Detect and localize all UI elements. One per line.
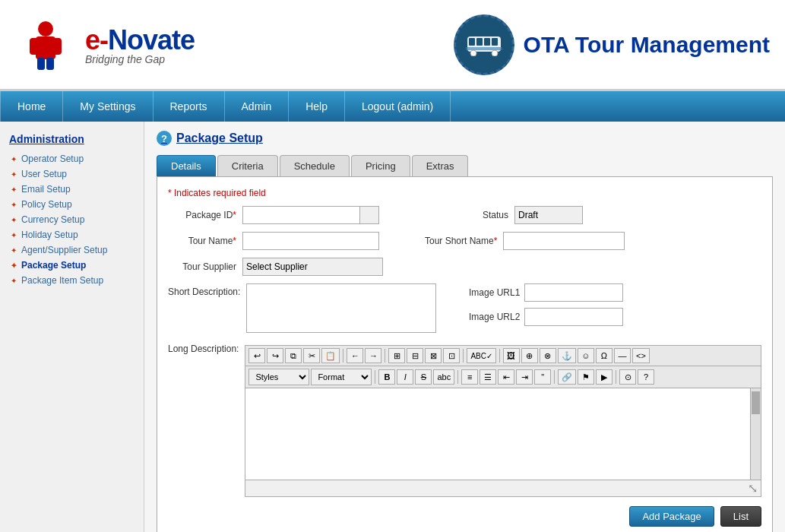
nav-help[interactable]: Help [289,91,345,122]
rte-emotion[interactable]: ☺ [578,348,594,363]
rte-flag[interactable]: ⚑ [578,369,594,385]
sidebar-item-email-setup[interactable]: ✦ Email Setup [0,182,144,197]
app-title: OTA Tour Management [524,31,770,59]
bullet-icon: ✦ [11,201,17,209]
logo-left: e-Novate Bridging the Gap [15,14,195,75]
rte-undo[interactable]: ↩ [248,348,265,363]
nav-home[interactable]: Home [0,91,63,122]
form-row-4: Short Description: Image URL1 Image URL2 [168,283,761,333]
image-url2-label: Image URL2 [467,312,520,322]
rte-extra[interactable]: ⊙ [619,369,636,385]
list-button[interactable]: List [720,506,761,527]
tab-schedule[interactable]: Schedule [280,155,350,176]
rte-help[interactable]: ? [638,369,654,385]
rte-cut[interactable]: ✂ [303,348,320,363]
rte-anchor[interactable]: ⚓ [558,348,576,363]
sidebar-item-policy-setup[interactable]: ✦ Policy Setup [0,197,144,212]
nav-my-settings[interactable]: My Settings [63,91,153,122]
rte-image[interactable]: 🖼 [503,348,520,363]
image-url2-input[interactable] [524,308,623,326]
form-row-long-desc: Long Description: ↩ ↪ ⧉ ✂ 📋 ← → [168,340,761,497]
rte-sep-4 [499,349,500,363]
tour-short-name-input[interactable] [503,232,625,250]
nav-reports[interactable]: Reports [154,91,225,122]
rte-delete-row[interactable]: ⊠ [425,348,442,363]
help-icon[interactable]: ? [157,131,172,146]
rte-arrow-right[interactable]: → [365,348,381,363]
rte-merge[interactable]: ⊡ [443,348,460,363]
page-title: Package Setup [176,131,263,145]
rte-media[interactable]: ▶ [596,369,612,385]
sidebar-label: Agent/Supplier Setup [21,245,107,255]
bullet-icon: ✦ [11,261,17,270]
rte-outdent[interactable]: ⇤ [498,369,514,385]
rte-strikethrough[interactable]: S [415,369,432,385]
tour-supplier-select[interactable]: Select Supplier [242,258,383,276]
short-desc-textarea[interactable] [246,283,436,333]
rte-quote[interactable]: " [534,369,551,385]
rte-unordered-list[interactable]: ≡ [461,369,478,385]
sidebar-item-holiday-setup[interactable]: ✦ Holiday Setup [0,227,144,242]
rte-arrow-left[interactable]: ← [347,348,363,363]
form-row-3: Tour Supplier Select Supplier [168,258,761,276]
image-url1-input[interactable] [524,283,623,302]
tab-pricing[interactable]: Pricing [351,155,410,176]
rte-table[interactable]: ⊞ [388,348,405,363]
rte-italic[interactable]: I [397,369,413,385]
rte-source[interactable]: <> [632,348,650,363]
rte-scrollbar[interactable] [750,388,761,480]
rte-toolbar-2: Styles Format B I S abc ≡ [245,366,761,388]
rte-styles-select[interactable]: Styles [248,369,309,385]
rte-link[interactable]: 🔗 [558,369,576,385]
tour-name-group: Tour Name* [168,232,379,250]
nav-admin[interactable]: Admin [225,91,290,122]
bullet-icon: ✦ [11,155,17,163]
tour-short-name-label: Tour Short Name* [425,236,497,246]
required-star: * [168,188,174,198]
nav-logout[interactable]: Logout (admin) [345,91,451,122]
rte-hr[interactable]: — [614,348,631,363]
rte-resize-handle[interactable]: ⤡ [245,480,761,496]
sidebar-item-agent-supplier-setup[interactable]: ✦ Agent/Supplier Setup [0,242,144,258]
tab-extras[interactable]: Extras [412,155,469,176]
sidebar-item-operator-setup[interactable]: ✦ Operator Setup [0,151,144,166]
svg-rect-13 [466,47,502,50]
rte-highlight[interactable]: abc [433,369,454,385]
svg-point-12 [492,50,498,56]
logo-text: e-Novate Bridging the Gap [85,24,195,65]
status-group: Status Draft Active Inactive [440,206,583,224]
status-select[interactable]: Draft Active Inactive [514,206,583,224]
sidebar-item-package-setup[interactable]: ✦ Package Setup [0,258,144,273]
add-package-button[interactable]: Add Package [629,506,714,527]
tour-supplier-group: Tour Supplier Select Supplier [168,258,383,276]
tour-name-input[interactable] [242,232,379,250]
tour-short-name-group: Tour Short Name* [425,232,625,250]
sidebar-label: Package Setup [21,260,86,271]
package-id-input[interactable] [242,206,360,224]
rte-editor-body[interactable] [245,388,761,480]
sidebar-item-package-item-setup[interactable]: ✦ Package Item Setup [0,273,144,288]
svg-rect-4 [37,58,45,70]
rte-symbol[interactable]: ⊕ [521,348,538,363]
package-id-dropdown[interactable]: ▼ [360,206,379,224]
rte-paste[interactable]: 📋 [321,348,340,363]
rte-format-select[interactable]: Format [311,369,372,385]
rte-special[interactable]: ⊗ [540,348,556,363]
tab-bar: Details Criteria Schedule Pricing Extras [157,155,773,176]
main-layout: Administration ✦ Operator Setup ✦ User S… [0,122,785,532]
sidebar-item-user-setup[interactable]: ✦ User Setup [0,166,144,182]
rich-text-editor: ↩ ↪ ⧉ ✂ 📋 ← → ⊞ ⊟ ⊠ ⊡ [245,345,761,497]
rte-char[interactable]: Ω [596,348,612,363]
short-desc-group: Short Description: [168,283,436,333]
rte-insert-row[interactable]: ⊟ [407,348,423,363]
navbar: Home My Settings Reports Admin Help Logo… [0,91,785,122]
rte-bold[interactable]: B [378,369,395,385]
rte-ordered-list[interactable]: ☰ [480,369,496,385]
rte-indent[interactable]: ⇥ [516,369,533,385]
rte-redo[interactable]: ↪ [267,348,283,363]
tab-criteria[interactable]: Criteria [217,155,278,176]
tab-details[interactable]: Details [157,155,216,176]
rte-spellcheck[interactable]: ABC✓ [467,348,496,363]
rte-copy[interactable]: ⧉ [285,348,302,363]
sidebar-item-currency-setup[interactable]: ✦ Currency Setup [0,212,144,227]
